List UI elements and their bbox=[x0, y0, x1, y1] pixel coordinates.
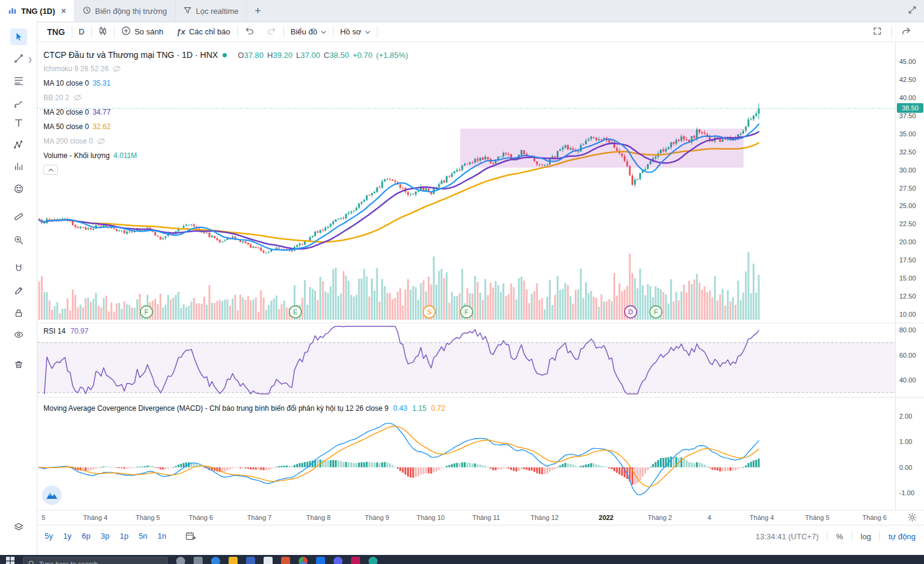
layers-icon[interactable] bbox=[10, 519, 27, 536]
tab-tng-1d[interactable]: TNG (1D) × bbox=[0, 0, 75, 22]
start-button[interactable] bbox=[6, 557, 14, 564]
symbol-button[interactable]: TNG bbox=[37, 22, 72, 42]
delete-drawings-tool[interactable] bbox=[10, 356, 27, 373]
macd-signal-value: 0.72 bbox=[431, 404, 445, 413]
eye-off-icon[interactable] bbox=[97, 138, 106, 145]
fib-retracement-tool[interactable] bbox=[10, 72, 27, 89]
macd-tick: 1.00 bbox=[899, 437, 912, 446]
eye-off-icon[interactable] bbox=[112, 65, 121, 72]
app-icon[interactable] bbox=[211, 557, 220, 564]
text-tool[interactable] bbox=[10, 115, 27, 131]
trading-app-window: TNG (1D) × Biến động thị trường Lọc real… bbox=[0, 0, 924, 564]
price-tick: 17.50 bbox=[899, 256, 916, 264]
tab-realtime-filter[interactable]: Lọc realtime bbox=[176, 0, 247, 22]
price-tick: 32.50 bbox=[899, 148, 916, 156]
app-icon[interactable] bbox=[176, 557, 185, 564]
price-tick: 37.50 bbox=[899, 112, 916, 120]
browser-app-icon[interactable] bbox=[299, 557, 308, 564]
auto-scale-button[interactable]: tự động bbox=[888, 532, 916, 541]
app-icon[interactable] bbox=[369, 557, 378, 564]
drawing-tools-rail: ❯ bbox=[0, 22, 37, 555]
log-scale-button[interactable]: log bbox=[861, 532, 871, 541]
ohlc-values: O37.80 H39.20 L37.00 C38.50 +0.70 (+1.85… bbox=[238, 51, 408, 59]
app-icon[interactable] bbox=[281, 557, 290, 564]
indicator-row-bb: BB 20 2 bbox=[43, 90, 408, 105]
taskbar-search-input[interactable]: Type here to search bbox=[23, 557, 168, 564]
rail-expand-icon[interactable]: ❯ bbox=[28, 57, 33, 63]
axis-settings-gear-icon[interactable] bbox=[908, 513, 917, 523]
hide-drawings-tool[interactable] bbox=[10, 326, 27, 343]
rsi-pane[interactable] bbox=[37, 323, 895, 397]
compare-button[interactable]: So sánh bbox=[115, 22, 170, 42]
time-axis[interactable]: 5Tháng 4Tháng 5Tháng 6Tháng 7Tháng 8Thán… bbox=[37, 510, 924, 525]
share-button[interactable] bbox=[894, 26, 918, 37]
trend-line-tool[interactable] bbox=[10, 50, 27, 67]
range-5d[interactable]: 5n bbox=[139, 531, 147, 540]
cursor-tool[interactable] bbox=[10, 28, 27, 45]
app-icon[interactable] bbox=[316, 557, 325, 564]
legend-collapse-button[interactable] bbox=[43, 165, 58, 175]
range-1d[interactable]: 1n bbox=[157, 531, 166, 540]
fx-icon: ƒx bbox=[177, 27, 185, 36]
time-label: Tháng 12 bbox=[531, 514, 559, 521]
brush-tool[interactable] bbox=[10, 95, 27, 112]
new-tab-button[interactable]: + bbox=[247, 0, 268, 22]
chart-style-button[interactable] bbox=[92, 22, 114, 42]
go-to-date-button[interactable] bbox=[185, 531, 196, 541]
magnet-tool[interactable] bbox=[10, 260, 27, 277]
time-label: Tháng 7 bbox=[247, 514, 271, 521]
xabcd-pattern-tool[interactable] bbox=[10, 136, 27, 153]
profile-menu-label: Hồ sơ bbox=[340, 27, 361, 36]
profile-menu-button[interactable]: Hồ sơ bbox=[334, 22, 377, 42]
app-icon[interactable] bbox=[264, 557, 273, 564]
price-tick: 20.00 bbox=[899, 238, 916, 246]
app-icon[interactable] bbox=[334, 557, 343, 564]
platform-logo[interactable] bbox=[42, 486, 62, 505]
price-tick: 27.50 bbox=[899, 184, 916, 192]
indicators-button[interactable]: ƒx Các chỉ báo bbox=[170, 22, 237, 42]
fullscreen-button[interactable] bbox=[865, 26, 889, 38]
clock-icon bbox=[83, 6, 91, 16]
lock-tool[interactable] bbox=[10, 305, 27, 322]
indicator-row-ma20: MA 20 close 0 34.77 bbox=[43, 105, 408, 119]
indicator-row-volume: Volume - Khối lượng 4.011M bbox=[43, 148, 408, 163]
app-icon[interactable] bbox=[229, 557, 238, 564]
price-tick: 45.00 bbox=[899, 57, 916, 66]
indicator-row-ma200: MA 200 close 0 bbox=[43, 134, 408, 148]
tab-market-moves[interactable]: Biến động thị trường bbox=[75, 0, 176, 22]
percent-scale-button[interactable]: % bbox=[836, 532, 843, 541]
emoji-tool[interactable] bbox=[10, 180, 27, 197]
price-axis[interactable]: 45.0042.5040.0037.5035.0032.5030.0027.50… bbox=[895, 42, 924, 510]
time-label: Tháng 6 bbox=[862, 514, 887, 521]
interval-button[interactable]: D bbox=[72, 22, 91, 42]
svg-text:D: D bbox=[628, 308, 633, 315]
last-price-badge: 38.50 bbox=[897, 103, 923, 113]
undo-button[interactable] bbox=[238, 22, 261, 42]
search-placeholder: Type here to search bbox=[39, 560, 98, 564]
app-icon[interactable] bbox=[246, 557, 255, 564]
clock-time: 13:34:41 (UTC+7) bbox=[756, 532, 818, 541]
chart-menu-button[interactable]: Biểu đồ bbox=[284, 22, 333, 42]
close-icon[interactable]: × bbox=[61, 7, 66, 15]
range-1y[interactable]: 1y bbox=[63, 531, 72, 540]
measure-ruler-tool[interactable] bbox=[10, 208, 27, 225]
svg-text:F: F bbox=[144, 308, 148, 315]
range-6m[interactable]: 6p bbox=[81, 531, 90, 540]
app-icon[interactable] bbox=[351, 557, 360, 564]
forecast-tool[interactable] bbox=[10, 158, 27, 175]
indicator-row-ichimoku: Ichimoku 9 26 52 26 bbox=[43, 62, 408, 76]
range-1m[interactable]: 1p bbox=[119, 531, 128, 540]
expand-window-icon[interactable] bbox=[908, 5, 917, 17]
price-tick: 25.00 bbox=[899, 201, 916, 210]
zoom-in-tool[interactable] bbox=[10, 232, 27, 249]
tab-label: Lọc realtime bbox=[196, 7, 239, 16]
app-icon[interactable] bbox=[194, 557, 203, 564]
eye-off-icon[interactable] bbox=[73, 94, 82, 101]
range-5y[interactable]: 5y bbox=[45, 531, 53, 540]
draw-pencil-tool[interactable] bbox=[10, 282, 27, 299]
price-tick: 30.00 bbox=[899, 166, 916, 174]
macd-pane[interactable] bbox=[37, 397, 895, 510]
redo-button[interactable] bbox=[261, 22, 283, 42]
range-3m[interactable]: 3p bbox=[101, 531, 109, 540]
price-tick: 10.00 bbox=[899, 310, 916, 318]
